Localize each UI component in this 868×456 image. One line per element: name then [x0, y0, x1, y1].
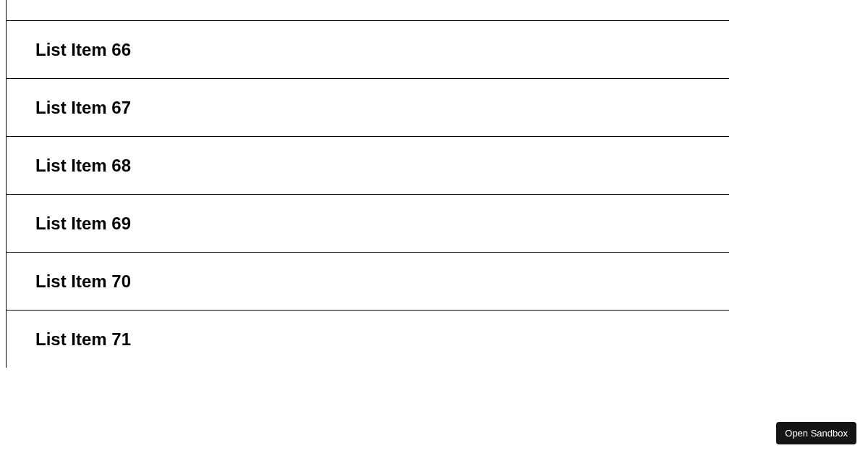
list-item-label: List Item 67: [35, 98, 131, 118]
list-item[interactable]: List Item 65: [7, 0, 729, 20]
open-sandbox-button[interactable]: Open Sandbox: [776, 422, 856, 444]
list-item[interactable]: List Item 66: [7, 20, 729, 78]
list-item[interactable]: List Item 67: [7, 78, 729, 136]
list-item-label: List Item 71: [35, 329, 131, 350]
list-item-label: List Item 65: [35, 0, 131, 2]
list-item-label: List Item 69: [35, 214, 131, 234]
list-item[interactable]: List Item 69: [7, 194, 729, 252]
list-item-label: List Item 68: [35, 156, 131, 176]
list-item[interactable]: List Item 68: [7, 136, 729, 194]
list-item-label: List Item 70: [35, 271, 131, 292]
list-item[interactable]: List Item 71: [7, 310, 729, 368]
list-item[interactable]: List Item 70: [7, 252, 729, 310]
list-container[interactable]: List Item 65 List Item 66 List Item 67 L…: [6, 0, 729, 368]
list-item-label: List Item 66: [35, 40, 131, 60]
